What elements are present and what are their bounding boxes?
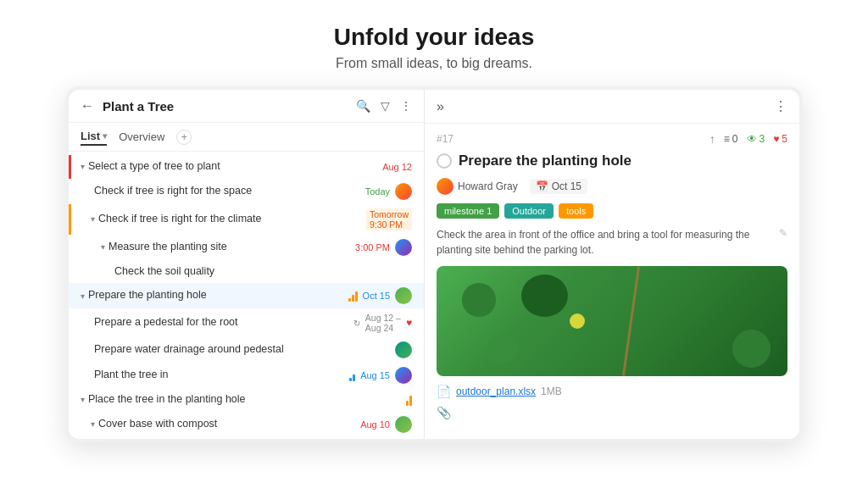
task-toggle[interactable]: ▾ <box>81 162 85 171</box>
avatar <box>395 239 412 256</box>
file-attachment: 📄 outdoor_plan.xlsx 1MB <box>437 385 787 398</box>
table-row[interactable]: ▾ Measure the planting site 3:00 PM <box>69 235 424 260</box>
calendar-icon: 📅 <box>536 180 548 192</box>
due-date-chip[interactable]: 📅 Oct 15 <box>530 179 587 194</box>
task-detail-panel: #17 ↑ ≡ 0 👁 3 ♥ 5 <box>425 124 799 439</box>
road-path <box>622 266 640 375</box>
task-name: Check if tree is right for the climate <box>98 212 366 227</box>
task-meta <box>395 341 412 358</box>
panel-title: Plant a Tree <box>103 99 348 114</box>
tree-cluster <box>487 334 517 363</box>
assignee-chip[interactable]: Howard Gray <box>437 178 518 195</box>
aerial-image-inner <box>437 266 787 376</box>
bar <box>355 291 358 302</box>
tag-tools[interactable]: tools <box>559 203 593 219</box>
bar <box>352 295 354 302</box>
tab-list[interactable]: List ▾ <box>81 128 107 146</box>
file-size: 1MB <box>541 385 562 397</box>
task-name: Prepare a pedestal for the root <box>94 315 353 330</box>
bar <box>353 374 355 381</box>
expand-icon[interactable]: » <box>437 99 444 114</box>
detail-description: Check the area in front of the office an… <box>437 227 776 258</box>
task-date: Aug 10 <box>360 419 390 430</box>
task-name: Cover base with compost <box>98 417 360 432</box>
app-inner: ← Plant a Tree 🔍 ▽ ⋮ List ▾ Overview + <box>69 90 799 439</box>
tab-bar: List ▾ Overview + <box>69 123 424 152</box>
detail-actions: ↑ ≡ 0 👁 3 ♥ 5 <box>709 132 787 146</box>
right-more-icon[interactable]: ⋮ <box>774 98 787 114</box>
tags-row: milestone 1 Outdoor tools <box>437 203 787 219</box>
table-row[interactable]: ▾ Place the tree in the planting hole <box>69 388 424 412</box>
task-meta: 3:00 PM <box>355 239 412 256</box>
task-date: Oct 15 <box>363 291 390 301</box>
search-icon[interactable]: 🔍 <box>356 99 370 113</box>
up-arrow-icon[interactable]: ↑ <box>709 132 715 146</box>
task-name: Place the tree in the planting hole <box>88 392 406 408</box>
task-complete-circle[interactable] <box>437 153 452 169</box>
task-meta: Tomorrow9:30 PM <box>366 208 412 230</box>
task-meta: Aug 12 <box>382 162 412 172</box>
tag-milestone[interactable]: milestone 1 <box>437 203 499 219</box>
table-row[interactable]: ▾ Check if tree is right for the climate… <box>69 204 424 235</box>
table-row[interactable]: Prepare a pedestal for the root ↻ Aug 12… <box>69 308 424 337</box>
tab-overview[interactable]: Overview <box>119 129 164 145</box>
task-date: Aug 15 <box>360 370 390 380</box>
task-date: Today <box>365 186 390 197</box>
list-count-chip: ≡ 0 <box>724 133 738 145</box>
tree-cluster <box>462 283 496 317</box>
task-toggle[interactable]: ▾ <box>101 242 105 252</box>
right-panel: » ⋮ #17 ↑ ≡ 0 👁 3 <box>425 90 799 439</box>
table-row[interactable]: Check the soil quality <box>69 260 424 284</box>
task-name: Plant the tree in <box>94 368 349 383</box>
detail-meta-row: Howard Gray 📅 Oct 15 <box>437 178 787 195</box>
panel-header: ← Plant a Tree 🔍 ▽ ⋮ <box>69 90 424 123</box>
assignee-name: Howard Gray <box>458 180 518 192</box>
detail-task-title: Prepare the planting hole <box>459 152 632 169</box>
table-row[interactable]: ▾ Select a type of tree to plant Aug 12 <box>69 155 424 179</box>
highlight-marker <box>570 313 585 329</box>
task-meta: Aug 15 <box>349 367 412 384</box>
priority-bars <box>348 290 358 302</box>
task-number: #17 <box>437 133 453 145</box>
eye-count-chip: 👁 3 <box>747 133 765 145</box>
table-row[interactable]: ▾ Prepare the planting hole Oct 15 <box>69 283 424 308</box>
task-name: Measure the planting site <box>108 240 355 255</box>
tag-outdoor[interactable]: Outdoor <box>504 203 554 219</box>
file-name[interactable]: outdoor_plan.xlsx <box>456 385 536 397</box>
task-name: Prepare the planting hole <box>88 288 348 303</box>
edit-description-icon[interactable]: ✎ <box>779 227 787 239</box>
task-date: Aug 12 <box>382 162 412 172</box>
task-list: ▾ Select a type of tree to plant Aug 12 … <box>69 152 424 439</box>
task-name: Prepare water drainage around pedestal <box>94 342 395 358</box>
hero-subtitle: From small ideas, to big dreams. <box>334 56 534 71</box>
table-row[interactable]: Prepare water drainage around pedestal <box>69 337 424 363</box>
tab-add-button[interactable]: + <box>176 130 192 145</box>
priority-bars <box>406 394 412 406</box>
priority-border <box>69 155 71 179</box>
table-row[interactable]: Check if tree is right for the space Tod… <box>69 179 424 204</box>
hero-title: Unfold your ideas <box>334 24 534 51</box>
avatar <box>395 341 412 358</box>
task-toggle[interactable]: ▾ <box>91 214 95 224</box>
task-toggle[interactable]: ▾ <box>91 419 95 429</box>
heart-icon: ♥ <box>773 133 779 145</box>
table-row[interactable]: Plant the tree in Aug 15 <box>69 363 424 388</box>
aerial-image <box>437 266 787 376</box>
left-panel: ← Plant a Tree 🔍 ▽ ⋮ List ▾ Overview + <box>69 90 425 439</box>
task-name: Check the soil quality <box>114 264 412 280</box>
table-row[interactable]: ▾ Cover base with compost Aug 10 <box>69 412 424 437</box>
priority-bars <box>349 369 355 381</box>
tree-cluster <box>732 330 771 368</box>
detail-top-row: #17 ↑ ≡ 0 👁 3 ♥ 5 <box>437 132 787 146</box>
attachment-icon[interactable]: 📎 <box>437 406 451 419</box>
assignee-avatar <box>437 178 453 195</box>
eye-count: 3 <box>760 133 765 145</box>
back-button[interactable]: ← <box>81 98 94 114</box>
avatar <box>395 183 412 200</box>
task-name: Select a type of tree to plant <box>88 159 382 175</box>
more-icon[interactable]: ⋮ <box>400 99 412 113</box>
task-name: Check if tree is right for the space <box>94 184 365 199</box>
task-toggle[interactable]: ▾ <box>81 291 85 301</box>
filter-icon[interactable]: ▽ <box>381 99 390 113</box>
task-toggle[interactable]: ▾ <box>81 395 85 404</box>
